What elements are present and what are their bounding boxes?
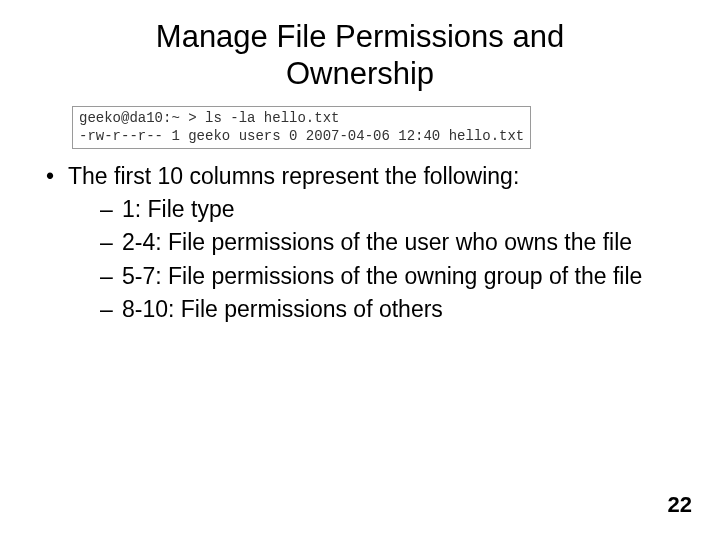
sub-item-text: 5-7: File permissions of the owning grou…	[122, 263, 642, 289]
sub-item: 2-4: File permissions of the user who ow…	[96, 227, 680, 258]
sub-item: 5-7: File permissions of the owning grou…	[96, 261, 680, 292]
terminal-line-1: geeko@da10:~ > ls -la hello.txt	[79, 110, 339, 126]
terminal-snippet: geeko@da10:~ > ls -la hello.txt -rw-r--r…	[72, 106, 531, 149]
sub-list: 1: File type 2-4: File permissions of th…	[68, 194, 680, 324]
terminal-line-2: -rw-r--r-- 1 geeko users 0 2007-04-06 12…	[79, 128, 524, 144]
bullet-text: The first 10 columns represent the follo…	[68, 163, 519, 189]
sub-item-text: 2-4: File permissions of the user who ow…	[122, 229, 632, 255]
slide: Manage File Permissions and Ownership ge…	[0, 0, 720, 540]
sub-item-text: 8-10: File permissions of others	[122, 296, 443, 322]
title-line-1: Manage File Permissions and	[156, 19, 564, 54]
slide-title: Manage File Permissions and Ownership	[0, 0, 720, 92]
page-number: 22	[668, 492, 692, 518]
bullet-item: The first 10 columns represent the follo…	[40, 161, 680, 324]
sub-item-text: 1: File type	[122, 196, 235, 222]
bullet-list: The first 10 columns represent the follo…	[40, 161, 680, 324]
sub-item: 1: File type	[96, 194, 680, 225]
slide-body: The first 10 columns represent the follo…	[0, 161, 720, 324]
sub-item: 8-10: File permissions of others	[96, 294, 680, 325]
title-line-2: Ownership	[286, 56, 434, 91]
